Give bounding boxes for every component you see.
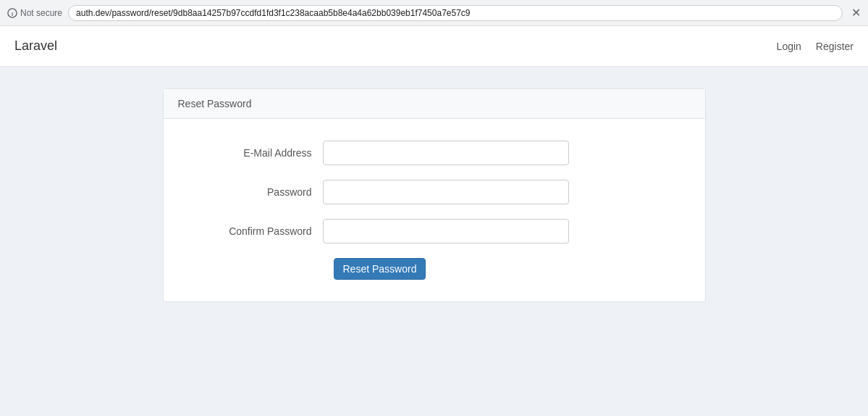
reset-password-card: Reset Password E-Mail Address Password C…: [163, 88, 706, 302]
browser-chrome: i Not secure auth.dev/password/reset/9db…: [0, 0, 868, 26]
password-input[interactable]: [323, 180, 569, 204]
nav-links: Login Register: [777, 41, 854, 52]
not-secure-indicator: i Not secure: [7, 8, 62, 18]
confirm-password-input[interactable]: [323, 219, 569, 244]
card-body: E-Mail Address Password Confirm Password…: [164, 119, 705, 301]
confirm-password-form-group: Confirm Password: [178, 219, 691, 244]
card-header: Reset Password: [164, 89, 705, 119]
email-form-group: E-Mail Address: [178, 141, 691, 165]
reset-password-button[interactable]: Reset Password: [334, 258, 426, 280]
register-link[interactable]: Register: [816, 41, 854, 52]
email-input[interactable]: [323, 141, 569, 165]
svg-text:i: i: [12, 10, 13, 17]
password-label: Password: [178, 186, 323, 198]
password-form-group: Password: [178, 180, 691, 204]
reload-icon[interactable]: ✕: [851, 6, 861, 20]
navbar: Laravel Login Register: [0, 26, 868, 67]
button-row: Reset Password: [334, 258, 691, 280]
login-link[interactable]: Login: [777, 41, 801, 52]
info-icon: i: [7, 8, 17, 18]
email-label: E-Mail Address: [178, 147, 323, 159]
not-secure-label: Not secure: [20, 8, 62, 18]
main-content: Reset Password E-Mail Address Password C…: [0, 67, 868, 416]
address-url: auth.dev/password/reset/9db8aa14257b97cc…: [76, 8, 470, 18]
card-title: Reset Password: [178, 98, 252, 109]
confirm-password-label: Confirm Password: [178, 225, 323, 237]
brand-link[interactable]: Laravel: [14, 38, 57, 54]
address-bar[interactable]: auth.dev/password/reset/9db8aa14257b97cc…: [68, 5, 843, 21]
